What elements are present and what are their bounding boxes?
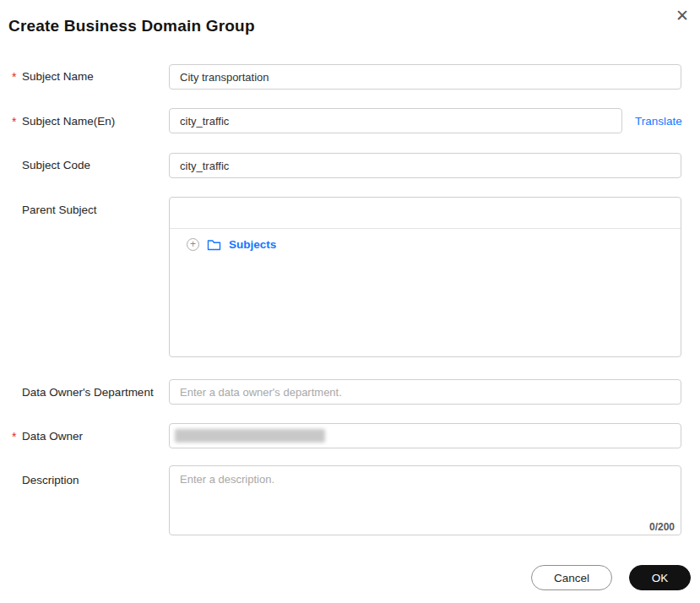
data-owner-department-label-text: Data Owner's Department: [22, 386, 154, 399]
subject-code-input[interactable]: [169, 153, 681, 178]
char-counter: 0/200: [646, 521, 675, 533]
data-owner-department-label: Data Owner's Department: [22, 386, 154, 399]
required-asterisk: *: [12, 116, 16, 128]
parent-subject-filter-input[interactable]: [170, 198, 681, 229]
required-asterisk: *: [12, 431, 16, 443]
subject-name-en-label-text: Subject Name(En): [22, 115, 115, 128]
subject-code-label: Subject Code: [22, 159, 90, 172]
data-owner-label-text: Data Owner: [22, 430, 83, 443]
data-owner-department-input[interactable]: [169, 379, 681, 405]
parent-subject-label: Parent Subject: [22, 204, 97, 217]
close-icon[interactable]: ✕: [671, 5, 693, 27]
redacted-data-owner-value: [175, 429, 325, 443]
description-textarea[interactable]: [169, 465, 681, 535]
folder-icon: [207, 239, 221, 251]
description-label: Description: [22, 474, 79, 487]
subject-name-input[interactable]: [169, 64, 681, 90]
data-owner-label: * Data Owner: [22, 430, 83, 443]
parent-subject-label-text: Parent Subject: [22, 204, 97, 216]
tree-expand-icon[interactable]: +: [187, 238, 199, 251]
parent-subject-tree-panel: + Subjects: [169, 197, 681, 357]
tree-node-subjects[interactable]: + Subjects: [187, 238, 681, 251]
description-field-wrapper: 0/200: [169, 465, 681, 535]
subject-name-label-text: Subject Name: [22, 70, 94, 83]
subject-name-label: * Subject Name: [22, 70, 94, 84]
ok-button[interactable]: OK: [629, 565, 691, 590]
subject-name-en-input[interactable]: [169, 108, 622, 133]
data-owner-input[interactable]: [169, 423, 681, 448]
create-business-domain-group-dialog: Create Business Domain Group ✕ * Subject…: [0, 0, 700, 603]
tree-node-label[interactable]: Subjects: [229, 238, 276, 251]
cancel-button[interactable]: Cancel: [531, 565, 612, 590]
required-asterisk: *: [12, 71, 16, 83]
subject-name-en-label: * Subject Name(En): [22, 115, 115, 128]
description-label-text: Description: [22, 474, 79, 486]
dialog-title: Create Business Domain Group: [8, 17, 255, 35]
translate-link[interactable]: Translate: [635, 115, 682, 128]
subject-code-label-text: Subject Code: [22, 159, 90, 171]
